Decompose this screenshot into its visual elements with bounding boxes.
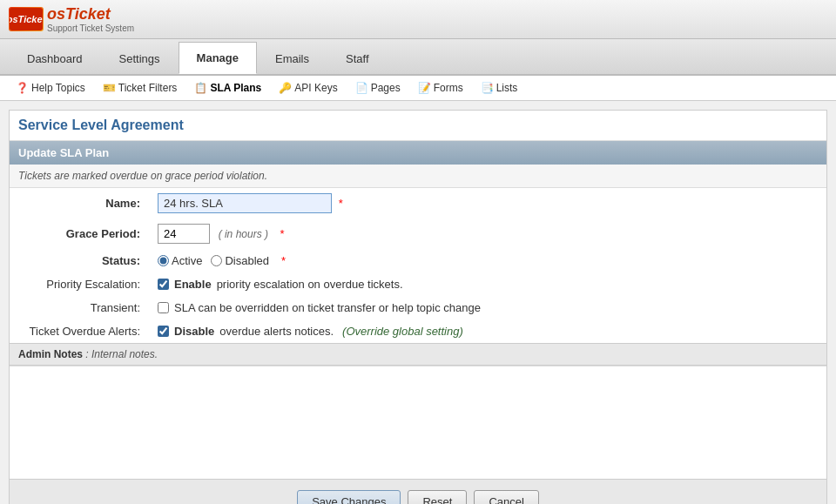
priority-label: Priority Escalation: xyxy=(10,272,149,296)
subnav-pages[interactable]: 📄 Pages xyxy=(348,79,408,97)
transient-checkbox[interactable] xyxy=(158,302,169,313)
save-button[interactable]: Save Changes xyxy=(297,490,401,504)
forms-icon: 📝 xyxy=(418,82,431,94)
admin-notes-label: Admin Notes xyxy=(18,348,83,360)
overdue-bold: Disable xyxy=(174,325,214,338)
logo-sub: Support Ticket System xyxy=(47,24,134,33)
status-disabled-radio[interactable] xyxy=(211,255,222,266)
content-area: Service Level Agreement Update SLA Plan … xyxy=(9,110,827,504)
status-active-label[interactable]: Active xyxy=(158,254,202,267)
grace-field-cell: ( in hours ) * xyxy=(149,218,826,249)
grace-label: Grace Period: xyxy=(10,218,149,249)
name-label: Name: xyxy=(10,188,149,218)
api-keys-icon: 🔑 xyxy=(279,82,292,94)
priority-field-cell: Enable priority escalation on overdue ti… xyxy=(149,272,826,296)
sub-nav: ❓ Help Topics 🎫 Ticket Filters 📋 SLA Pla… xyxy=(0,76,836,101)
nav-tab-dashboard[interactable]: Dashboard xyxy=(9,43,101,74)
transient-field-cell: SLA can be overridden on ticket transfer… xyxy=(149,296,826,319)
status-active-text: Active xyxy=(172,254,202,267)
nav-tab-settings[interactable]: Settings xyxy=(101,43,179,74)
button-bar: Save Changes Reset Cancel xyxy=(10,479,826,504)
status-disabled-label[interactable]: Disabled xyxy=(211,254,269,267)
transient-row: Transient: SLA can be overridden on tick… xyxy=(10,296,826,319)
admin-notes-textarea[interactable] xyxy=(10,366,826,479)
transient-text: SLA can be overridden on ticket transfer… xyxy=(174,301,481,314)
status-field-cell: Active Disabled * xyxy=(149,249,826,272)
section-title: Service Level Agreement xyxy=(10,111,826,141)
help-topics-icon: ❓ xyxy=(16,82,29,94)
priority-checkbox-row: Enable priority escalation on overdue ti… xyxy=(158,278,818,291)
subnav-help-topics[interactable]: ❓ Help Topics xyxy=(9,79,92,97)
overdue-text: overdue alerts notices. xyxy=(219,325,334,338)
subnav-api-keys[interactable]: 🔑 API Keys xyxy=(272,79,344,97)
name-row: Name: * xyxy=(10,188,826,218)
info-bar: Tickets are marked overdue on grace peri… xyxy=(10,165,826,188)
ticket-filters-icon: 🎫 xyxy=(103,82,116,94)
admin-notes-sublabel: : Internal notes. xyxy=(85,348,158,360)
priority-checkbox[interactable] xyxy=(158,279,169,290)
name-input[interactable] xyxy=(158,193,332,213)
logo-icon: osTicket xyxy=(9,7,44,31)
name-required: * xyxy=(339,197,343,210)
grace-input[interactable] xyxy=(158,224,210,244)
grace-row: Grace Period: ( in hours ) * xyxy=(10,218,826,249)
pages-icon: 📄 xyxy=(355,82,368,94)
sla-plans-icon: 📋 xyxy=(194,82,207,94)
subnav-forms[interactable]: 📝 Forms xyxy=(411,79,470,97)
logo-text: osTicket Support Ticket System xyxy=(47,5,134,33)
status-active-radio[interactable] xyxy=(158,255,169,266)
overdue-field-cell: Disable overdue alerts notices. (Overrid… xyxy=(149,319,826,343)
grace-required: * xyxy=(280,227,285,240)
status-row: Status: Active Disabled * xyxy=(10,249,826,272)
status-required: * xyxy=(281,254,286,267)
name-field-cell: * xyxy=(149,188,826,218)
subnav-lists[interactable]: 📑 Lists xyxy=(474,79,525,97)
priority-bold: Enable xyxy=(174,278,212,291)
main-content: Service Level Agreement Update SLA Plan … xyxy=(0,101,836,504)
admin-notes-header: Admin Notes : Internal notes. xyxy=(10,343,826,366)
overdue-checkbox-row: Disable overdue alerts notices. (Overrid… xyxy=(158,325,818,338)
cancel-button[interactable]: Cancel xyxy=(474,490,538,504)
transient-checkbox-row: SLA can be overridden on ticket transfer… xyxy=(158,301,818,314)
grace-hint: ( in hours ) xyxy=(219,228,268,240)
status-label: Status: xyxy=(10,249,149,272)
status-radio-group: Active Disabled * xyxy=(158,254,818,267)
subnav-sla-plans[interactable]: 📋 SLA Plans xyxy=(187,79,268,97)
priority-row: Priority Escalation: Enable priority esc… xyxy=(10,272,826,296)
header: osTicket osTicket Support Ticket System xyxy=(0,0,836,39)
panel-header: Update SLA Plan xyxy=(10,141,826,165)
overdue-row: Ticket Overdue Alerts: Disable overdue a… xyxy=(10,319,826,343)
svg-text:osTicket: osTicket xyxy=(10,14,43,24)
priority-text: priority escalation on overdue tickets. xyxy=(217,278,403,291)
overdue-label: Ticket Overdue Alerts: xyxy=(10,319,149,343)
nav-tab-staff[interactable]: Staff xyxy=(327,43,388,74)
nav-tab-emails[interactable]: Emails xyxy=(257,43,327,74)
transient-label: Transient: xyxy=(10,296,149,319)
nav-tab-manage[interactable]: Manage xyxy=(179,42,257,74)
overdue-italic: (Override global setting) xyxy=(342,325,463,338)
lists-icon: 📑 xyxy=(481,82,494,94)
overdue-checkbox[interactable] xyxy=(158,326,169,337)
form-table: Name: * Grace Period: ( in hours ) * Sta… xyxy=(10,188,826,343)
reset-button[interactable]: Reset xyxy=(408,490,467,504)
logo-name: osTicket xyxy=(47,5,134,24)
status-disabled-text: Disabled xyxy=(225,254,269,267)
subnav-ticket-filters[interactable]: 🎫 Ticket Filters xyxy=(96,79,185,97)
logo: osTicket osTicket Support Ticket System xyxy=(9,5,134,33)
main-nav: Dashboard Settings Manage Emails Staff xyxy=(0,39,836,76)
